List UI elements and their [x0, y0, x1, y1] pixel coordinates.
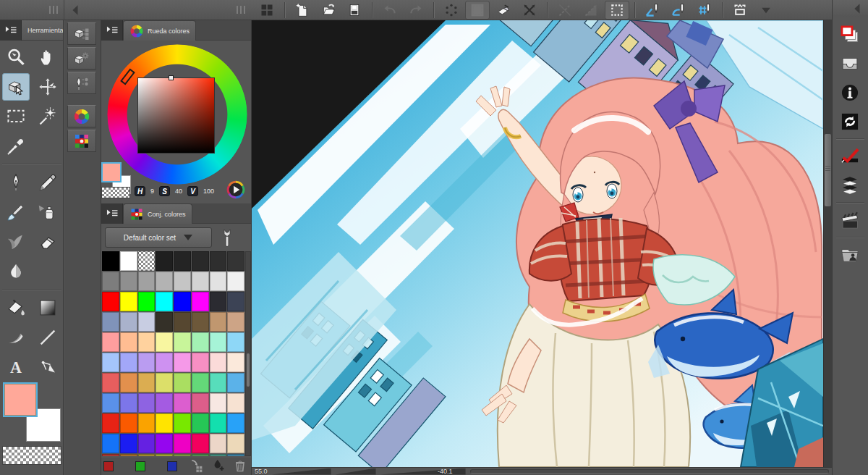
toolbar-button-select-area[interactable]	[605, 1, 629, 20]
swatch-r2c1[interactable]	[102, 272, 119, 291]
tool-figure[interactable]	[2, 324, 30, 351]
swatch-r2c7[interactable]	[210, 272, 227, 291]
sidebar-correction[interactable]	[835, 142, 865, 171]
toolbar-button-ruler-snap-off[interactable]	[553, 1, 577, 20]
swatch-r9c2[interactable]	[120, 413, 137, 433]
swatch-r10c2[interactable]	[120, 434, 137, 453]
toolbar-button-ruler-snap-alt[interactable]	[579, 1, 603, 20]
strip-button-color-set-panel[interactable]	[67, 130, 96, 152]
swatch-r3c3[interactable]	[138, 292, 156, 311]
swatch-r7c3[interactable]	[138, 373, 156, 392]
swatch-r6c8[interactable]	[227, 353, 244, 372]
swatch-r5c8[interactable]	[227, 332, 244, 352]
swatch-r7c2[interactable]	[120, 373, 137, 392]
tool-blend[interactable]	[2, 258, 30, 285]
swatch-r11c1[interactable]	[102, 454, 119, 456]
tool-panel-menu-button[interactable]	[0, 20, 22, 41]
quick-swatch-3[interactable]	[167, 461, 177, 471]
sidebar-import[interactable]	[835, 49, 865, 78]
button-add-color[interactable]	[211, 458, 227, 474]
swatch-r3c2[interactable]	[120, 292, 137, 311]
tool-fill[interactable]	[2, 294, 30, 321]
canvas-scrollbar-thumb[interactable]	[825, 134, 831, 206]
swatch-r1c3[interactable]	[138, 251, 156, 271]
swatch-r4c4[interactable]	[156, 312, 173, 332]
swatch-r3c1[interactable]	[102, 292, 119, 311]
swatch-r9c4[interactable]	[156, 413, 173, 433]
swatch-r3c4[interactable]	[156, 292, 173, 311]
swatch-r5c7[interactable]	[210, 332, 227, 352]
swatch-r4c8[interactable]	[227, 312, 244, 332]
swatch-r6c3[interactable]	[138, 353, 156, 372]
swatch-r2c3[interactable]	[138, 272, 156, 291]
swatch-r11c5[interactable]	[174, 454, 191, 456]
toolbar-button-undo[interactable]	[378, 1, 402, 20]
swatch-scrollbar-thumb[interactable]	[247, 353, 250, 387]
swatch-r4c2[interactable]	[120, 312, 137, 332]
drag-grip[interactable]	[237, 6, 247, 14]
canvas-vertical-scrollbar[interactable]	[823, 20, 832, 467]
swatch-r7c4[interactable]	[156, 373, 173, 392]
toolbar-button-screen-mode[interactable]	[728, 1, 752, 20]
strip-button-subtool-panel[interactable]	[67, 22, 96, 45]
tool-operation[interactable]	[2, 73, 30, 101]
swatch-r4c1[interactable]	[102, 312, 119, 332]
sidebar-layers[interactable]	[835, 171, 865, 200]
swatch-r11c2[interactable]	[120, 454, 137, 456]
color-mixer-button[interactable]	[226, 180, 246, 200]
mini-transparent-swatch[interactable]	[101, 187, 130, 198]
color-set-menu-button[interactable]	[101, 203, 123, 224]
tool-text[interactable]: A	[2, 353, 30, 381]
swatch-r9c8[interactable]	[227, 413, 244, 433]
color-set-dropdown[interactable]: Default color set	[105, 227, 212, 248]
swatch-r10c5[interactable]	[174, 434, 191, 453]
swatch-r5c3[interactable]	[138, 332, 156, 352]
swatch-r2c5[interactable]	[174, 272, 191, 291]
swatch-r8c5[interactable]	[174, 393, 191, 413]
tool-brush[interactable]	[2, 198, 30, 226]
tool-marquee[interactable]	[2, 103, 30, 130]
swatch-r10c6[interactable]	[192, 434, 209, 453]
quick-swatch-1[interactable]	[103, 461, 114, 471]
swatch-r2c4[interactable]	[156, 272, 173, 291]
swatch-r8c7[interactable]	[210, 393, 227, 413]
color-wheel-menu-button[interactable]	[101, 20, 123, 41]
tool-auto-select[interactable]	[34, 103, 61, 130]
rotation-slider[interactable]: -40.1	[380, 468, 466, 475]
swatch-r3c6[interactable]	[192, 292, 209, 311]
canvas-artwork[interactable]	[252, 20, 823, 467]
zoom-slider-fine[interactable]	[336, 468, 376, 475]
mini-foreground-swatch[interactable]	[101, 162, 122, 182]
toolbar-button-open-file[interactable]	[316, 1, 341, 20]
swatch-r1c8[interactable]	[227, 251, 244, 271]
swatch-r4c6[interactable]	[192, 312, 209, 332]
swatch-r9c6[interactable]	[192, 413, 209, 433]
tool-eraser[interactable]	[34, 228, 61, 256]
toolbar-button-snap-grid[interactable]	[692, 1, 717, 20]
swatch-r1c5[interactable]	[174, 251, 191, 271]
swatch-r1c2[interactable]	[120, 251, 137, 271]
swatch-r8c3[interactable]	[138, 393, 156, 413]
toolbar-button-deselect[interactable]	[439, 1, 464, 20]
swatch-r6c5[interactable]	[174, 353, 191, 372]
toolbar-button-new-file[interactable]	[290, 1, 315, 20]
toolbar-button-clear[interactable]	[491, 1, 516, 20]
swatch-r9c5[interactable]	[174, 413, 191, 433]
swatch-r7c7[interactable]	[210, 373, 227, 392]
swatch-r2c2[interactable]	[120, 272, 137, 291]
toolbar-button-snap-special-ruler[interactable]	[666, 1, 691, 20]
swatch-r1c1[interactable]	[102, 251, 119, 271]
swatch-r8c6[interactable]	[192, 393, 209, 413]
strip-button-brush-settings-panel[interactable]	[67, 72, 96, 94]
toolbar-button-main-menu[interactable]	[255, 1, 279, 20]
swatch-r6c2[interactable]	[120, 353, 137, 372]
swatch-r5c5[interactable]	[174, 332, 191, 352]
quick-swatch-2[interactable]	[135, 461, 145, 471]
tool-path[interactable]	[34, 353, 61, 381]
toolbar-button-redo[interactable]	[404, 1, 428, 20]
toolbar-button-more-options[interactable]	[754, 1, 778, 20]
color-set-tab[interactable]: Conj. colores	[123, 203, 192, 224]
sv-marker[interactable]	[169, 75, 174, 80]
swatch-r6c1[interactable]	[102, 353, 119, 372]
horizontal-scrollbar[interactable]	[470, 469, 829, 474]
